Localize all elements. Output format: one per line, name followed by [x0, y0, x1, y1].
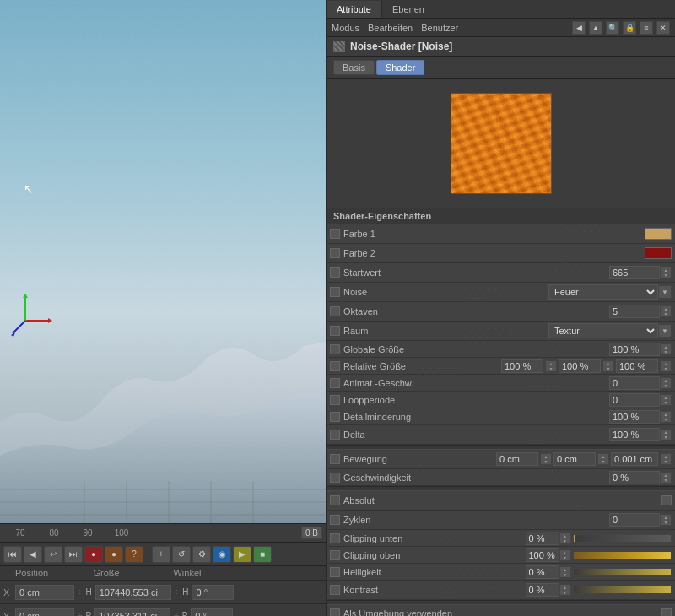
- globale-groesse-input[interactable]: [609, 343, 660, 356]
- clipping-oben-input[interactable]: [526, 548, 559, 562]
- kontrast-bar[interactable]: [573, 586, 672, 594]
- btn-play2[interactable]: ▶: [233, 546, 251, 563]
- startwert-input[interactable]: [609, 266, 660, 279]
- startwert-checkbox[interactable]: [330, 267, 340, 278]
- icon-settings[interactable]: ≡: [640, 21, 653, 35]
- helligkeit-input[interactable]: [526, 565, 559, 579]
- detailminderung-spinner[interactable]: [660, 411, 672, 423]
- oktaven-input[interactable]: [609, 305, 660, 318]
- btn-add[interactable]: +: [152, 546, 170, 563]
- btn-settings[interactable]: ⚙: [192, 546, 211, 563]
- globale-groesse-spinner[interactable]: [660, 343, 672, 355]
- bew-y-spinner[interactable]: [597, 453, 609, 465]
- clipping-unten-spinner[interactable]: [559, 532, 571, 544]
- clipping-unten-bar[interactable]: [573, 534, 672, 543]
- clipping-oben-spinner[interactable]: [559, 549, 571, 561]
- angle-p-input[interactable]: [191, 608, 233, 617]
- noise-dropdown[interactable]: Feuer: [548, 284, 658, 300]
- absolut-checkbox[interactable]: [330, 495, 340, 505]
- icon-lock[interactable]: 🔒: [623, 21, 636, 35]
- oktaven-checkbox[interactable]: [330, 306, 340, 316]
- btn-to-end[interactable]: ⏭: [64, 546, 83, 563]
- icon-search[interactable]: 🔍: [606, 21, 619, 35]
- btn-rec2[interactable]: ●: [105, 546, 123, 563]
- startwert-spinner[interactable]: [660, 267, 672, 278]
- subtab-basis[interactable]: Basis: [333, 60, 375, 75]
- noise-checkbox[interactable]: [330, 287, 340, 297]
- detailminderung-checkbox[interactable]: [330, 412, 340, 422]
- btn-record[interactable]: ●: [84, 546, 103, 563]
- clipping-oben-bar[interactable]: [573, 551, 672, 559]
- loopperiode-input[interactable]: [609, 393, 660, 407]
- zyklen-checkbox[interactable]: [330, 515, 340, 525]
- bewegung-checkbox[interactable]: [330, 454, 340, 464]
- btn-loop[interactable]: ↩: [44, 546, 62, 563]
- animat-input[interactable]: [609, 376, 660, 390]
- tab-ebenen[interactable]: Ebenen: [382, 1, 435, 18]
- menu-benutzer[interactable]: Benutzer: [421, 23, 458, 33]
- bew-y-input[interactable]: [554, 452, 596, 466]
- helligkeit-spinner[interactable]: [559, 566, 571, 578]
- pos-x-input[interactable]: [15, 585, 74, 600]
- delta-checkbox[interactable]: [330, 430, 340, 440]
- farbe2-checkbox[interactable]: [330, 248, 340, 258]
- als-umgebung-toggle[interactable]: [662, 608, 672, 617]
- menu-bearbeiten[interactable]: Bearbeiten: [368, 23, 413, 33]
- farbe2-color[interactable]: [645, 247, 672, 259]
- helligkeit-bar[interactable]: [573, 568, 672, 576]
- rel-z-input[interactable]: [616, 359, 658, 373]
- raum-checkbox[interactable]: [330, 326, 340, 336]
- delta-input[interactable]: [609, 428, 660, 441]
- btn-prev[interactable]: ◀: [24, 546, 42, 563]
- clipping-oben-checkbox[interactable]: [330, 550, 340, 560]
- loopperiode-checkbox[interactable]: [330, 395, 340, 405]
- size-y-input[interactable]: [94, 608, 170, 617]
- raum-dropdown[interactable]: Textur: [548, 323, 658, 338]
- noise-expand[interactable]: ▼: [658, 285, 672, 299]
- detailminderung-input[interactable]: [609, 410, 660, 424]
- rel-y-spinner[interactable]: [602, 360, 614, 372]
- helligkeit-checkbox[interactable]: [330, 567, 340, 577]
- viewport[interactable]: ↖: [0, 0, 326, 523]
- rel-x-input[interactable]: [501, 359, 543, 373]
- geschwindigkeit-spinner[interactable]: [660, 472, 672, 484]
- zyklen-spinner[interactable]: [660, 514, 672, 526]
- rel-z-spinner[interactable]: [660, 360, 672, 372]
- size-x-input[interactable]: [95, 585, 171, 600]
- bew-z-input[interactable]: [611, 452, 658, 466]
- btn-to-start[interactable]: ⏮: [3, 546, 22, 563]
- bew-z-spinner[interactable]: [660, 453, 672, 465]
- oktaven-spinner[interactable]: [660, 305, 672, 317]
- clipping-unten-input[interactable]: [526, 532, 559, 545]
- animat-checkbox[interactable]: [330, 378, 340, 388]
- btn-stop[interactable]: ■: [253, 546, 272, 563]
- kontrast-input[interactable]: [526, 583, 559, 597]
- rel-y-input[interactable]: [559, 359, 601, 373]
- rel-x-spinner[interactable]: [545, 360, 557, 372]
- menu-modus[interactable]: Modus: [332, 23, 359, 33]
- clipping-unten-checkbox[interactable]: [330, 533, 340, 543]
- kontrast-spinner[interactable]: [559, 584, 571, 596]
- btn-reset[interactable]: ↺: [172, 546, 191, 563]
- als-umgebung-checkbox[interactable]: [330, 608, 340, 617]
- globale-groesse-checkbox[interactable]: [330, 344, 340, 354]
- farbe1-color[interactable]: [645, 228, 672, 240]
- icon-up-arrow[interactable]: ▲: [589, 21, 602, 35]
- bew-x-input[interactable]: [496, 452, 538, 466]
- zyklen-input[interactable]: [609, 513, 660, 527]
- icon-left-arrow[interactable]: ◀: [572, 21, 586, 35]
- btn-play[interactable]: ◉: [213, 546, 231, 563]
- subtab-shader[interactable]: Shader: [376, 60, 424, 75]
- geschwindigkeit-input[interactable]: [609, 471, 660, 484]
- absolut-toggle[interactable]: [662, 495, 672, 505]
- animat-spinner[interactable]: [660, 377, 672, 389]
- kontrast-checkbox[interactable]: [330, 585, 340, 595]
- btn-rec3[interactable]: ?: [125, 546, 143, 563]
- relative-groesse-checkbox[interactable]: [330, 361, 340, 371]
- farbe1-checkbox[interactable]: [330, 229, 340, 239]
- pos-y-input[interactable]: [15, 608, 74, 617]
- delta-spinner[interactable]: [660, 429, 672, 440]
- raum-expand[interactable]: ▼: [658, 324, 672, 338]
- angle-h-input[interactable]: [192, 585, 234, 600]
- bew-x-spinner[interactable]: [540, 453, 552, 465]
